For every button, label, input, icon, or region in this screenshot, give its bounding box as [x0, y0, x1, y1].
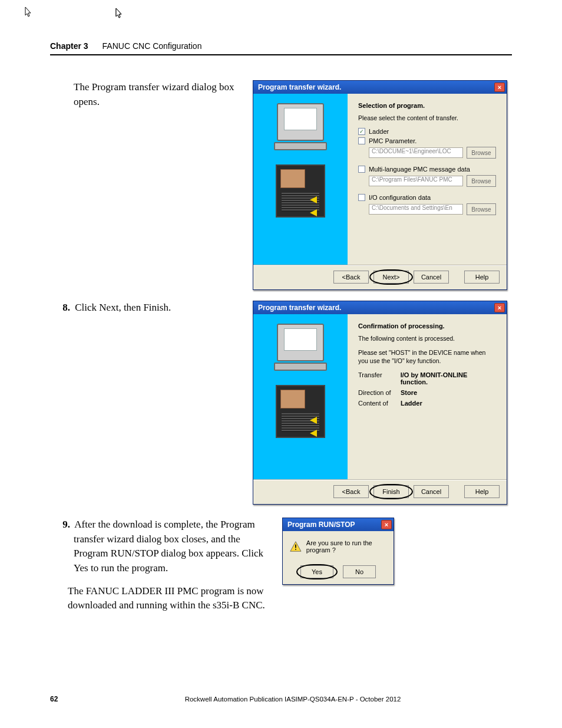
- chapter-number: Chapter 3: [50, 41, 88, 51]
- option-ladder[interactable]: ✓ Ladder: [358, 128, 496, 135]
- close-icon[interactable]: ×: [494, 83, 505, 92]
- program-transfer-wizard-dialog-2: Program transfer wizard. × Confirmation …: [253, 301, 507, 505]
- kv-value: Store: [401, 389, 417, 396]
- cursor-icon: [115, 8, 124, 19]
- row-direction: Direction of Store: [358, 389, 496, 396]
- page: Chapter 3 FANUC CNC Configuration The Pr…: [0, 0, 562, 613]
- confirm-line1: The following content is processed.: [358, 334, 496, 342]
- no-button[interactable]: No: [343, 565, 376, 578]
- chapter-title: FANUC CNC Configuration: [103, 41, 202, 51]
- kv-value: I/O by MONIT-ONLINE function.: [401, 371, 496, 386]
- warning-icon: [290, 540, 302, 553]
- path-input[interactable]: C:\Program Files\FANUC PMC: [369, 176, 463, 186]
- row-step-8: 8. Click Next, then Finish. Program tran…: [50, 301, 512, 505]
- browse-button[interactable]: Browse: [467, 203, 496, 215]
- wizard-content: Selection of program. Please select the …: [348, 94, 507, 265]
- path-input[interactable]: C:\DOCUME~1\Engineer\LOC: [369, 147, 463, 158]
- path-row-io: C:\Documents and Settings\En Browse: [369, 203, 496, 215]
- step-number: 9.: [58, 518, 70, 532]
- page-footer: 62 Rockwell Automation Publication IASIM…: [50, 695, 512, 703]
- option-label: PMC Parameter.: [369, 137, 416, 144]
- close-icon[interactable]: ×: [381, 520, 392, 529]
- program-run-stop-dialog: Program RUN/STOP × Are you sure to run t…: [282, 518, 394, 585]
- titlebar[interactable]: Program RUN/STOP ×: [283, 518, 394, 531]
- wizard-art: [253, 94, 348, 265]
- path-input[interactable]: C:\Documents and Settings\En: [369, 204, 463, 215]
- section-heading: Selection of program.: [358, 102, 496, 109]
- cancel-button[interactable]: Cancel: [414, 271, 449, 284]
- page-number: 62: [50, 695, 74, 703]
- step-text: After the download is complete, the Prog…: [74, 519, 263, 574]
- wizard-content: Confirmation of processing. The followin…: [348, 314, 507, 479]
- help-button[interactable]: Help: [464, 485, 500, 498]
- paragraph-final-text: The FANUC LADDER III PMC program is now …: [68, 585, 265, 611]
- help-button[interactable]: Help: [464, 271, 500, 284]
- section-subtext: Please select the content of transfer.: [358, 114, 496, 122]
- browse-button[interactable]: Browse: [467, 147, 496, 159]
- row-step-9: 9. After the download is complete, the P…: [50, 518, 512, 613]
- figure-dialog1: Program transfer wizard. × Selection of …: [253, 80, 512, 290]
- paragraph-final: The FANUC LADDER III PMC program is now …: [68, 584, 268, 613]
- back-button[interactable]: <Back: [333, 271, 369, 284]
- kv-key: Transfer: [358, 371, 395, 386]
- header-rule: [50, 54, 512, 55]
- wizard-body: Confirmation of processing. The followin…: [253, 314, 507, 479]
- dialog-title: Program transfer wizard.: [258, 83, 341, 91]
- wizard-buttons: <Back Next> Cancel Help: [253, 266, 507, 289]
- finish-button[interactable]: Finish: [373, 485, 409, 498]
- option-multilang[interactable]: Multi-language PMC message data: [358, 166, 496, 173]
- option-pmc-parameter[interactable]: PMC Parameter.: [358, 137, 496, 144]
- cancel-button[interactable]: Cancel: [414, 485, 449, 498]
- svg-rect-1: [295, 549, 296, 550]
- publication-info: Rockwell Automation Publication IASIMP-Q…: [74, 696, 512, 703]
- titlebar[interactable]: Program transfer wizard. ×: [253, 81, 507, 94]
- path-row-pmc: C:\DOCUME~1\Engineer\LOC Browse: [369, 147, 496, 159]
- titlebar[interactable]: Program transfer wizard. ×: [253, 301, 507, 314]
- checkbox-icon[interactable]: [358, 194, 365, 201]
- paragraph-open: The Program transfer wizard dialog box o…: [50, 80, 239, 109]
- kv-value: Ladder: [401, 400, 422, 407]
- browse-button[interactable]: Browse: [467, 175, 496, 187]
- dialog-buttons: Yes No: [300, 565, 376, 578]
- row-content: Content of Ladder: [358, 400, 496, 407]
- path-row-multi: C:\Program Files\FANUC PMC Browse: [369, 175, 496, 187]
- publication-id: Rockwell Automation Publication IASIMP-Q…: [185, 696, 360, 703]
- wizard-art: [253, 314, 348, 479]
- cursor-icon: [115, 8, 124, 19]
- publication-date: October 2012: [360, 696, 401, 703]
- message-text: Are you sure to run the program ?: [306, 539, 386, 554]
- step-text: Click Next, then Finish.: [75, 302, 171, 313]
- program-transfer-wizard-dialog-1: Program transfer wizard. × Selection of …: [253, 80, 507, 290]
- paragraph-open-text: The Program transfer wizard dialog box o…: [74, 81, 234, 107]
- running-header: Chapter 3 FANUC CNC Configuration: [50, 41, 512, 51]
- wizard-body: Selection of program. Please select the …: [253, 94, 507, 265]
- checkbox-icon[interactable]: [358, 166, 365, 173]
- next-button[interactable]: Next>: [373, 271, 409, 284]
- row-step-open: The Program transfer wizard dialog box o…: [50, 80, 512, 290]
- svg-rect-0: [295, 545, 296, 548]
- option-label: I/O configuration data: [369, 194, 431, 201]
- figure-dialog3: Program RUN/STOP × Are you sure to run t…: [282, 518, 512, 585]
- step-9: 9. After the download is complete, the P…: [74, 518, 268, 576]
- message-row: Are you sure to run the program ?: [290, 539, 386, 554]
- option-label: Ladder: [369, 128, 389, 135]
- checkbox-icon[interactable]: ✓: [358, 128, 365, 135]
- row-transfer: Transfer I/O by MONIT-ONLINE function.: [358, 371, 496, 386]
- yes-button[interactable]: Yes: [300, 565, 333, 578]
- dialog-title: Program RUN/STOP: [287, 521, 355, 529]
- kv-key: Content of: [358, 400, 395, 407]
- step-number: 8.: [58, 301, 70, 315]
- close-icon[interactable]: ×: [494, 303, 505, 312]
- wizard-buttons: <Back Finish Cancel Help: [253, 480, 507, 504]
- step-9-col: 9. After the download is complete, the P…: [50, 518, 268, 613]
- option-io-config[interactable]: I/O configuration data: [358, 194, 496, 201]
- step-8: 8. Click Next, then Finish.: [50, 301, 239, 315]
- dialog-title: Program transfer wizard.: [258, 304, 341, 312]
- section-heading: Confirmation of processing.: [358, 322, 496, 330]
- dialog-body: Are you sure to run the program ? Yes No: [283, 531, 394, 584]
- cursor-icon: [25, 7, 33, 18]
- confirm-line2: Please set "HOST" in the DEVICE name whe…: [358, 348, 496, 365]
- checkbox-icon[interactable]: [358, 137, 365, 144]
- option-label: Multi-language PMC message data: [369, 166, 470, 173]
- back-button[interactable]: <Back: [333, 485, 369, 498]
